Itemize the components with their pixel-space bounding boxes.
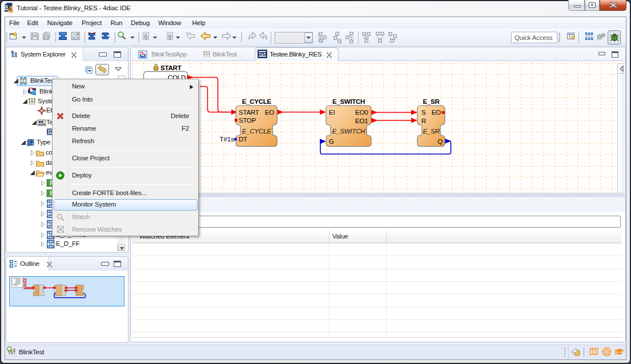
- svg-text:4: 4: [7, 4, 13, 14]
- svg-text:E_SR: E_SR: [423, 98, 440, 105]
- svg-text:E_CYCLE: E_CYCLE: [242, 98, 272, 105]
- svg-text:Quick Access: Quick Access: [515, 34, 553, 41]
- svg-text:E_SWITCH: E_SWITCH: [332, 98, 365, 105]
- svg-text:EO: EO: [432, 109, 441, 116]
- svg-text:STOP: STOP: [239, 117, 256, 124]
- svg-text:START: START: [160, 64, 182, 71]
- svg-text:EO: EO: [265, 109, 274, 116]
- svg-text:R: R: [421, 118, 426, 124]
- svg-text:EI: EI: [329, 109, 335, 116]
- svg-text:E_SWITCH: E_SWITCH: [332, 128, 366, 135]
- svg-text:EO1: EO1: [355, 118, 368, 124]
- svg-text:E_SR: E_SR: [423, 128, 439, 135]
- svg-text:START: START: [239, 109, 259, 116]
- svg-text:Q: Q: [437, 138, 443, 145]
- svg-text:S: S: [421, 109, 426, 116]
- svg-text:E_CYCLE: E_CYCLE: [242, 128, 272, 135]
- svg-text:EO0: EO0: [355, 109, 368, 116]
- svg-text:DT: DT: [239, 136, 247, 143]
- svg-text:T#1s: T#1s: [219, 136, 234, 143]
- svg-text:G: G: [329, 138, 334, 145]
